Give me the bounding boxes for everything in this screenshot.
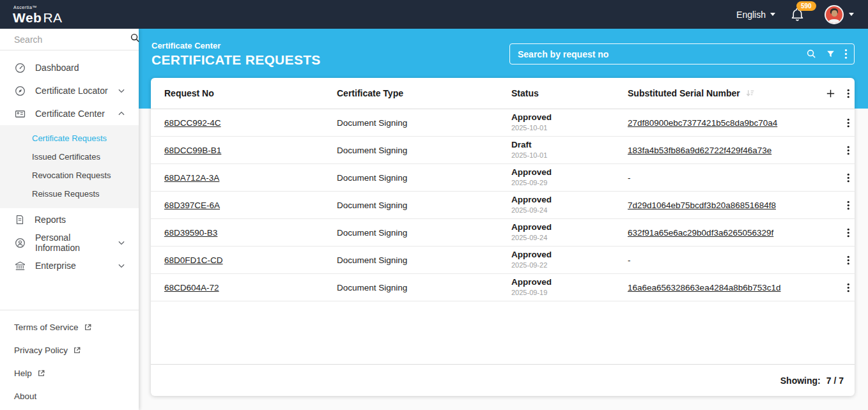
dashboard-icon [14,62,26,74]
sidebar-item-label: Enterprise [35,261,76,271]
sidebar-footer: Terms of Service Privacy Policy Help Abo… [0,310,139,410]
link-label: About [14,391,36,401]
request-no-link[interactable]: 68D39590-B3 [164,228,217,238]
status-date: 2025-09-19 [511,288,628,297]
top-bar: Ascertia™ WebRA English 590 [0,0,868,29]
sidebar-item-reissue-requests[interactable]: Reissue Requests [0,185,139,203]
sidebar-search [0,29,139,50]
kebab-menu-icon[interactable] [844,49,848,59]
sidebar-item-reports[interactable]: Reports [0,208,139,231]
kebab-menu-icon[interactable] [847,227,850,238]
about-link[interactable]: About [0,384,139,407]
chevron-down-icon [849,13,854,16]
request-no-link[interactable]: 68DCC992-4C [164,118,221,128]
request-search-input[interactable] [518,49,797,59]
privacy-policy-link[interactable]: Privacy Policy [0,338,139,361]
request-no-link[interactable]: 68D397CE-6A [164,201,220,210]
column-header-certificate-type[interactable]: Certificate Type [337,88,511,98]
serial-link[interactable]: 183fa4b53fb86a9d62722f429f46a73e [628,146,771,155]
kebab-menu-icon[interactable] [847,118,850,128]
request-no-link[interactable]: 68CD604A-72 [164,283,219,292]
external-link-icon [37,369,45,377]
status-date: 2025-10-01 [511,123,628,132]
chevron-down-icon [117,261,126,270]
sidebar-item-label: Dashboard [35,63,79,73]
user-menu[interactable] [825,5,854,24]
serial-link[interactable]: 632f91a65e6ac29b0df3a6265056329f [628,228,773,238]
column-header-status[interactable]: Status [511,88,628,98]
certificate-type: Document Signing [337,118,511,128]
filter-icon[interactable] [826,49,835,59]
column-header-request-no[interactable]: Request No [164,88,337,98]
serial-link[interactable]: 7d29d1064eb75bcdf3b20a86851684f8 [628,201,776,210]
sidebar-item-label: Reports [35,215,66,225]
certificate-type: Document Signing [337,146,511,155]
status-text: Approved [511,112,628,123]
status-date: 2025-09-24 [511,206,628,215]
link-label: Help [14,368,32,378]
avatar [825,5,844,24]
kebab-menu-icon[interactable] [847,200,850,211]
sidebar-item-certificate-center[interactable]: Certificate Center [0,102,139,125]
kebab-menu-icon[interactable] [847,172,850,183]
sidebar-item-revocation-requests[interactable]: Revocation Requests [0,166,139,185]
requests-table-card: Request No Certificate Type Status Subst… [151,78,855,396]
table-search-bar [509,43,855,65]
status-text: Approved [511,222,628,233]
page-head: Certificate Center CERTIFICATE REQUESTS [151,41,321,68]
sidebar-item-issued-certificates[interactable]: Issued Certificates [0,148,139,166]
chevron-up-icon [117,109,126,118]
chevron-down-icon [117,86,126,95]
search-icon[interactable] [130,33,141,46]
showing-label: Showing: [780,376,821,386]
notification-count-badge: 590 [796,1,816,11]
table-row: 68D397CE-6A Document Signing Approved 20… [151,192,855,219]
status-date: 2025-09-22 [511,261,628,270]
notifications-button[interactable]: 590 [789,6,805,22]
serial-link[interactable]: 27df80900ebc7377421b5c8da9bc70a4 [628,118,777,128]
kebab-menu-icon[interactable] [847,145,850,156]
status-text: Approved [511,250,628,261]
sidebar-nav: Dashboard Certificate Locator Certificat… [0,50,139,277]
breadcrumb: Certificate Center [151,41,321,50]
status-date: 2025-09-29 [511,178,628,187]
column-header-serial[interactable]: Substituted Serial Number [628,88,809,98]
request-no-link[interactable]: 68D0FD1C-CD [164,255,223,265]
app-logo[interactable]: Ascertia™ WebRA [13,5,63,24]
page-title: CERTIFICATE REQUESTS [151,52,321,68]
terms-of-service-link[interactable]: Terms of Service [0,315,139,338]
sidebar-item-label: Certificate Locator [35,86,108,96]
sidebar-item-dashboard[interactable]: Dashboard [0,56,139,79]
kebab-menu-icon[interactable] [847,282,850,293]
sidebar-item-enterprise[interactable]: Enterprise [0,254,139,277]
request-no-link[interactable]: 68DCC99B-B1 [164,146,221,155]
status-text: Draft [511,140,628,151]
sidebar: Dashboard Certificate Locator Certificat… [0,29,139,410]
certificate-type: Document Signing [337,173,511,183]
bank-icon [14,260,26,272]
sidebar-item-certificate-requests[interactable]: Certificate Requests [0,129,139,148]
certificate-center-submenu: Certificate Requests Issued Certificates… [0,125,139,208]
table-row: 68D0FD1C-CD Document Signing Approved 20… [151,247,855,274]
chevron-down-icon [117,238,126,247]
showing-count: 7 / 7 [826,376,844,386]
help-link[interactable]: Help [0,361,139,384]
request-no-link[interactable]: 68DA712A-3A [164,173,219,183]
kebab-menu-icon[interactable] [847,88,850,99]
brand-webra-label: WebRA [13,10,63,25]
add-request-button[interactable] [825,88,836,99]
report-document-icon [14,214,26,225]
main-content: Certificate Center CERTIFICATE REQUESTS … [139,29,868,410]
table-row: 68CD604A-72 Document Signing Approved 20… [151,274,855,301]
search-icon[interactable] [806,49,817,59]
certificate-type: Document Signing [337,283,511,292]
certificate-type: Document Signing [337,228,511,238]
kebab-menu-icon[interactable] [847,255,850,266]
certificate-card-icon [14,108,26,120]
sidebar-search-input[interactable] [14,34,130,45]
language-selector[interactable]: English [736,10,775,20]
sidebar-item-personal-information[interactable]: Personal Information [0,231,139,254]
sidebar-item-certificate-locator[interactable]: Certificate Locator [0,79,139,102]
serial-link[interactable]: 16a6ea656328663ea4284a8b6b753c1d [628,283,781,292]
sort-icon[interactable] [745,88,756,98]
